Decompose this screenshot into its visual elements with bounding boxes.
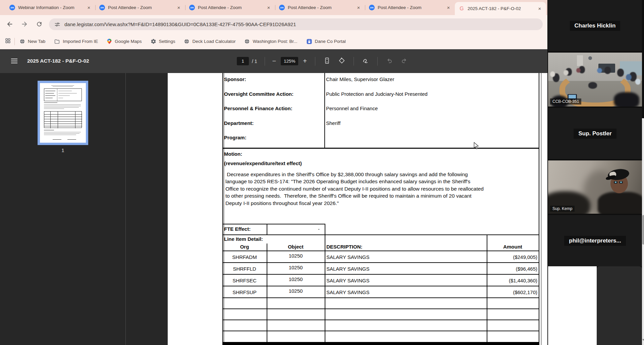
tab-title: Post Attendee - Zoom <box>288 5 356 10</box>
maps-pin-icon <box>107 39 112 44</box>
bookmark-label: Washington Post: Br... <box>253 39 297 44</box>
scroll-down-arrow-icon[interactable] <box>642 339 644 341</box>
motion-heading: Motion: <box>224 151 242 157</box>
annotate-button[interactable] <box>362 57 369 66</box>
reload-button[interactable] <box>34 18 45 30</box>
close-tab-icon[interactable]: × <box>356 5 362 11</box>
redo-button[interactable] <box>400 57 408 66</box>
column-header-description: DESCRIPTION: <box>326 244 363 250</box>
zoom-favicon-icon: zm <box>9 5 15 10</box>
zoom-favicon-icon: zm <box>279 5 285 10</box>
menu-icon[interactable] <box>11 59 17 64</box>
field-label: Oversight Committee Action: <box>224 91 293 97</box>
page-count-label: / 1 <box>252 59 257 64</box>
gear-icon <box>151 39 156 44</box>
thumbnail-page-number: 1 <box>38 147 88 153</box>
browser-tab-strip: zm Webinar Information - Zoom × zm Post … <box>0 0 547 15</box>
address-bar[interactable]: dane.legistar.com/View.ashx?M=F&ID=14890… <box>49 18 543 30</box>
undo-button[interactable] <box>386 57 393 66</box>
zoom-level-input[interactable]: 125% <box>281 57 298 65</box>
participant-tile-ccb-cob-351[interactable]: CCB-COB-351 <box>548 53 642 107</box>
pdf-document-title: 2025 ACT-182 - P&F-O-02 <box>27 58 89 64</box>
zoom-favicon-icon: zm <box>369 5 375 10</box>
browser-toolbar: dane.legistar.com/View.ashx?M=F&ID=14890… <box>0 15 547 33</box>
page-thumbnail[interactable] <box>38 81 88 145</box>
motion-subheading: (revenue/expenditure/text effect) <box>224 160 302 167</box>
screen: zm Webinar Information - Zoom × zm Post … <box>0 0 644 345</box>
next-tile-partial <box>597 266 642 345</box>
field-label: Personnel & Finance Action: <box>224 105 292 112</box>
field-value: Public Protection and Judciary-Not Prese… <box>326 91 428 97</box>
forward-button[interactable] <box>19 18 30 30</box>
participant-tile-charles-hicklin[interactable]: Charles Hicklin <box>548 0 642 51</box>
zoom-meeting-panel: Charles Hicklin <box>547 0 644 345</box>
tab-post-attendee-3[interactable]: zm Post Attendee - Zoom × <box>275 0 365 15</box>
side-panel-grid-icon[interactable] <box>5 38 11 45</box>
motion-text-line: Office to recognize the continued number… <box>225 186 484 192</box>
participant-name-badge: CCB-COB-351 <box>550 98 581 105</box>
globe-icon <box>244 39 250 44</box>
bookmark-dane-co-portal[interactable]: Dane Co Portal <box>306 39 346 45</box>
back-button[interactable] <box>4 18 15 30</box>
column-header-org: Org <box>222 244 267 250</box>
site-info-icon[interactable] <box>54 21 60 27</box>
bookmarks-bar: New Tab Imported From IE Google Maps Set… <box>0 33 547 49</box>
scrollbar-thumb[interactable] <box>642 215 644 245</box>
rotate-icon <box>338 57 345 64</box>
bookmark-label: Deck Load Calculator <box>192 39 235 44</box>
close-tab-icon[interactable]: × <box>537 6 543 12</box>
bookmarks-separator <box>14 38 15 45</box>
tab-post-attendee-1[interactable]: zm Post Attendee - Zoom × <box>95 0 185 15</box>
fte-label: FTE Effect: <box>224 226 251 232</box>
bookmark-settings[interactable]: Settings <box>151 39 175 44</box>
participant-tile-phil-interpreters[interactable]: phil@interpreters... <box>548 215 642 266</box>
motion-text-line: language to 2025 RES-174: "The 2026 Oper… <box>225 179 470 185</box>
bookmark-washington-post[interactable]: Washington Post: Br... <box>244 39 297 44</box>
undo-icon <box>386 57 393 64</box>
rotate-button[interactable] <box>338 57 345 66</box>
cell-org: SHRFADM <box>222 254 267 261</box>
field-label: Program: <box>224 134 247 141</box>
motion-text-line: Decrease expenditures in the Sheriff's O… <box>225 171 468 178</box>
fit-to-page-button[interactable] <box>323 57 331 66</box>
participant-tile-sup-kemp[interactable]: Sup. Kemp <box>548 160 642 214</box>
back-icon <box>6 20 13 28</box>
bookmark-label: Imported From IE <box>63 39 98 44</box>
tab-2025-act-182[interactable]: G 2025 ACT-182 - P&F-O-02 × <box>455 2 546 15</box>
close-tab-icon[interactable]: × <box>445 5 451 11</box>
legistar-favicon-icon: G <box>459 6 465 11</box>
field-value: Sheriff <box>326 120 340 127</box>
participant-name-badge: Sup. Kemp <box>550 206 575 212</box>
tab-title: 2025 ACT-182 - P&F-O-02 <box>468 6 537 11</box>
bookmark-new-tab[interactable]: New Tab <box>19 39 45 44</box>
tab-post-attendee-4[interactable]: zm Post Attendee - Zoom × <box>365 0 455 15</box>
tab-title: Post Attendee - Zoom <box>108 5 176 10</box>
zoom-in-button[interactable]: + <box>303 57 307 65</box>
tab-webinar-information[interactable]: zm Webinar Information - Zoom × <box>5 0 95 15</box>
page-number-input[interactable]: 1 <box>237 57 249 65</box>
bookmark-imported-from-ie[interactable]: Imported From IE <box>54 39 98 45</box>
participant-name: Charles Hicklin <box>570 21 621 31</box>
lock-icon <box>306 39 312 45</box>
mouse-cursor <box>473 142 480 149</box>
cell-org: SHRFFLD <box>222 266 267 272</box>
close-tab-icon[interactable]: × <box>266 5 272 11</box>
cell-org: SHRFSEC <box>222 277 267 284</box>
draw-icon <box>362 57 369 64</box>
redo-icon <box>400 57 408 64</box>
globe-icon <box>19 39 25 44</box>
cell-object: 10250 <box>267 264 325 271</box>
tab-title: Post Attendee - Zoom <box>198 5 266 10</box>
bookmark-google-maps[interactable]: Google Maps <box>107 39 142 44</box>
cell-description: SALARY SAVINGS <box>326 277 369 284</box>
cell-amount: ($96,465) <box>487 266 537 272</box>
close-tab-icon[interactable]: × <box>86 5 92 11</box>
zoom-out-button[interactable]: − <box>272 57 276 65</box>
tab-post-attendee-2[interactable]: zm Post Attendee - Zoom × <box>185 0 275 15</box>
pdf-page: Sponsor: Chair Miles, Supervisor Glazer … <box>168 73 547 345</box>
thumbnail-preview <box>40 83 86 143</box>
close-tab-icon[interactable]: × <box>176 5 182 11</box>
cell-object: 10250 <box>267 276 325 283</box>
bookmark-deck-load-calculator[interactable]: Deck Load Calculator <box>184 39 235 44</box>
participant-tile-sup-postler[interactable]: Sup. Postler <box>548 108 642 159</box>
